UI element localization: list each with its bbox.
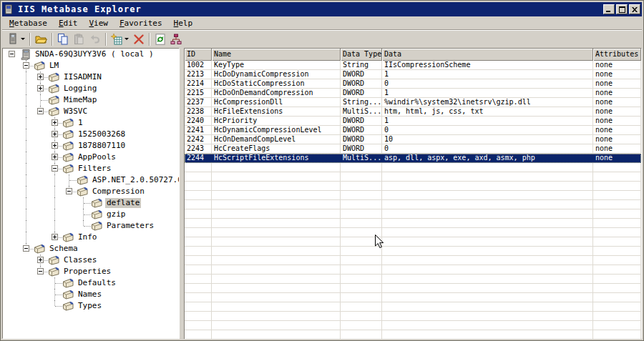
menu-item-favorites[interactable]: Favorites [114, 17, 168, 29]
delete-button[interactable] [131, 31, 147, 47]
key-icon [91, 198, 103, 208]
menu-item-help[interactable]: Help [168, 17, 199, 29]
cell-attributes: none [593, 70, 641, 79]
column-header-id[interactable]: ID [185, 49, 212, 61]
cell-data: 1 [382, 70, 593, 79]
tree-expander-minus-icon[interactable] [23, 245, 29, 252]
close-icon [632, 7, 638, 12]
tree-node-names[interactable]: Names [3, 289, 179, 300]
copy-button[interactable] [55, 31, 71, 47]
cell-empty [593, 228, 641, 237]
tree-node-label: 1525003268 [77, 129, 127, 139]
tree-node-snda-69q3uyy3v6-local[interactable]: SNDA-69Q3UYY3V6 ( local ) [3, 49, 179, 60]
tree-expander-plus-icon[interactable] [37, 257, 44, 263]
tree-node-1[interactable]: 1 [3, 117, 179, 129]
tree-expander-minus-icon[interactable] [23, 62, 29, 69]
key-icon [48, 267, 60, 277]
undo-button[interactable] [87, 31, 103, 47]
table-row-2238[interactable]: 2238HcFileExtensionsMultiS...htm, html, … [185, 107, 641, 117]
table-row-empty [185, 200, 641, 209]
tree-expander-plus-icon[interactable] [37, 85, 44, 92]
new-key-button[interactable] [109, 31, 131, 47]
cell-empty [382, 172, 593, 182]
table-row-empty [185, 265, 641, 275]
tree-expander-minus-icon[interactable] [37, 108, 44, 114]
tree-node-label: IISADMIN [62, 72, 103, 82]
column-header-data[interactable]: Data [382, 49, 593, 61]
tree-node-logging[interactable]: Logging [3, 83, 179, 94]
table-row-2242[interactable]: 2242HcOnDemandCompLevelDWORD10none [185, 135, 641, 144]
refresh-button[interactable] [152, 31, 168, 47]
tree-expander-plus-icon[interactable] [52, 142, 58, 149]
cell-empty [185, 256, 212, 265]
table-row-1002[interactable]: 1002KeyTypeStringIIsCompressionSchemenon… [185, 61, 641, 70]
tree-expander-plus-icon[interactable] [52, 234, 58, 240]
table-row-2244[interactable]: 2244HcScriptFileExtensionsMultiS...asp, … [185, 154, 641, 163]
tree-node-label: ASP.NET_2.0.50727.0 [91, 175, 180, 185]
tree-expander-minus-icon[interactable] [66, 188, 72, 194]
tree-node-gzip[interactable]: gzip [3, 209, 179, 220]
cell-empty [185, 265, 212, 275]
refresh-icon [155, 34, 166, 45]
cell-data: IIsCompressionScheme [382, 61, 593, 70]
table-row-2241[interactable]: 2241HcDynamicCompressionLevelDWORD0none [185, 126, 641, 135]
menu-item-edit[interactable]: Edit [53, 17, 84, 29]
key-icon [91, 209, 103, 219]
column-header-attributes[interactable]: Attributes [593, 49, 641, 61]
tree-expander-plus-icon[interactable] [52, 154, 58, 160]
cell-empty [341, 256, 382, 265]
app-icon [4, 4, 15, 15]
close-button[interactable] [629, 4, 640, 14]
minimize-button[interactable] [603, 4, 615, 14]
tree-node-types[interactable]: Types [3, 300, 179, 312]
paste-button[interactable] [71, 31, 87, 47]
connect-server-button[interactable] [5, 31, 27, 47]
tree-expander-plus-icon[interactable] [52, 119, 58, 126]
tree-expander-minus-icon[interactable] [37, 268, 44, 275]
new-key-icon [111, 34, 122, 45]
menu-item-metabase[interactable]: Metabase [4, 17, 53, 29]
table-row-2213[interactable]: 2213HcDoDynamicCompressionDWORD1none [185, 70, 641, 79]
table-row-2240[interactable]: 2240HcPriorityDWORD1none [185, 117, 641, 126]
maximize-button[interactable] [616, 4, 628, 14]
dropdown-caret-icon[interactable] [21, 38, 25, 40]
tree-node-deflate[interactable]: deflate [3, 197, 179, 209]
cell-attributes: none [593, 89, 641, 98]
tree-node-filters[interactable]: Filters [3, 163, 179, 174]
cell-attributes: none [593, 107, 641, 117]
table-row-2214[interactable]: 2214HcDoStaticCompressionDWORD0none [185, 79, 641, 89]
tree-node-iisadmin[interactable]: IISADMIN [3, 71, 179, 83]
tree-node-apppools[interactable]: AppPools [3, 152, 179, 163]
tree-node-parameters[interactable]: Parameters [3, 220, 179, 232]
tree-node-schema[interactable]: Schema [3, 243, 179, 254]
cell-empty [593, 191, 641, 200]
tree-node-defaults[interactable]: Defaults [3, 277, 179, 289]
column-header-name[interactable]: Name [212, 49, 341, 61]
tree-node-asp-net-2-0-50727-0[interactable]: ASP.NET_2.0.50727.0 [3, 174, 179, 186]
menu-item-view[interactable]: View [83, 17, 114, 29]
connect-server-icon [7, 33, 19, 45]
table-row-2243[interactable]: 2243HcCreateFlagsDWORD0none [185, 144, 641, 154]
tree-node-compression[interactable]: Compression [3, 186, 179, 197]
view-tree-button[interactable] [168, 31, 184, 47]
tree-expander-plus-icon[interactable] [37, 74, 44, 80]
tree-node-classes[interactable]: Classes [3, 254, 179, 266]
toolbar [2, 29, 642, 48]
tree-expander-minus-icon[interactable] [9, 51, 15, 57]
open-button[interactable] [33, 31, 49, 47]
dropdown-caret-icon[interactable] [125, 38, 129, 40]
cell-empty [593, 163, 641, 172]
column-header-data-type[interactable]: Data Type [341, 49, 382, 61]
view-tree-icon [170, 34, 182, 45]
tree-node-1525003268[interactable]: 1525003268 [3, 129, 179, 140]
tree-node-mimemap[interactable]: MimeMap [3, 94, 179, 106]
tree-node-1878807110[interactable]: 1878807110 [3, 140, 179, 152]
tree-expander-plus-icon[interactable] [52, 131, 58, 137]
tree-node-properties[interactable]: Properties [3, 266, 179, 277]
tree-expander-minus-icon[interactable] [52, 165, 58, 172]
tree-node-lm[interactable]: LM [3, 60, 179, 71]
table-row-2237[interactable]: 2237HcCompressionDllString...%windir%\sy… [185, 98, 641, 107]
tree-node-w3svc[interactable]: W3SVC [3, 106, 179, 117]
tree-node-info[interactable]: Info [3, 232, 179, 243]
table-row-2215[interactable]: 2215HcDoOnDemandCompressionDWORD1none [185, 89, 641, 98]
